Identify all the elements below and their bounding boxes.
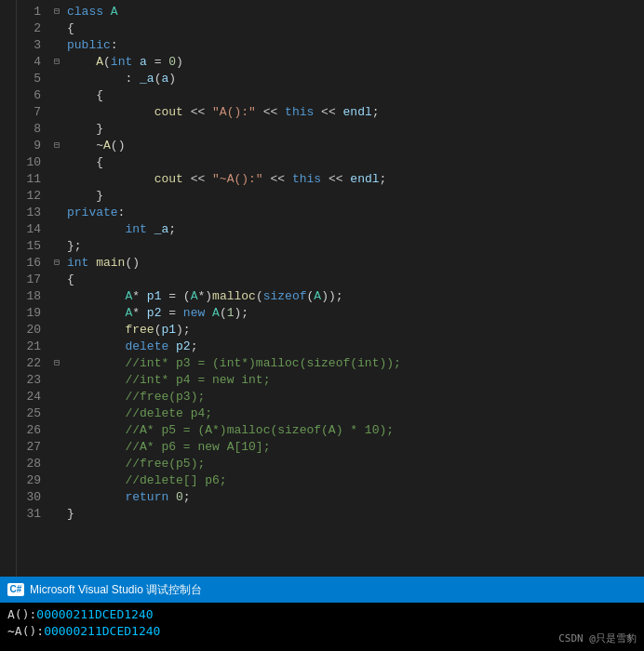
code-line: cout << "A():" << this << endl; <box>54 104 637 121</box>
token-var: a <box>140 54 147 71</box>
collapse-icon[interactable]: ⊟ <box>54 255 67 272</box>
collapse-icon[interactable]: ⊟ <box>54 138 67 154</box>
collapse-icon <box>54 188 67 205</box>
token-plain <box>205 305 212 322</box>
token-plain: : <box>111 37 118 54</box>
token-plain: { <box>67 20 74 37</box>
token-plain: } <box>67 506 74 523</box>
code-line: //int* p4 = new int; <box>54 372 637 389</box>
collapse-icon <box>54 288 67 305</box>
code-line: { <box>54 154 637 171</box>
token-plain: } <box>96 121 103 138</box>
collapse-icon <box>54 238 67 255</box>
token-num: 1 <box>227 305 235 322</box>
code-line: //delete[] p6; <box>54 472 637 489</box>
indent <box>67 439 125 456</box>
token-class-name: A <box>191 288 198 305</box>
code-line: } <box>54 506 637 523</box>
code-line: { <box>54 272 637 288</box>
token-fn: malloc <box>212 288 256 305</box>
token-plain: * <box>132 288 147 305</box>
code-line: ⊟class A <box>54 4 637 20</box>
collapse-icon[interactable]: ⊟ <box>54 4 67 20</box>
token-comment: //A* p6 = new A[10]; <box>125 439 270 456</box>
token-plain: ( <box>307 288 315 305</box>
token-class-name: A <box>111 4 118 20</box>
token-plain: ( <box>103 54 111 71</box>
indent <box>67 104 154 121</box>
indent <box>67 355 125 372</box>
token-kw: class <box>67 4 103 20</box>
code-line: delete p2; <box>54 339 637 355</box>
indent <box>67 121 96 138</box>
token-kw: private <box>67 205 118 221</box>
token-plain: () <box>111 138 126 154</box>
token-plain: ; <box>372 104 380 121</box>
token-kw: public <box>67 37 111 54</box>
collapse-icon <box>54 405 67 422</box>
token-comment: //int* p4 = new int; <box>125 372 270 389</box>
token-plain: << <box>183 171 212 188</box>
token-plain: << <box>263 171 292 188</box>
collapse-icon <box>54 205 67 221</box>
token-plain: ( <box>154 322 162 339</box>
console-title: Microsoft Visual Studio 调试控制台 <box>30 582 202 598</box>
token-plain: ; <box>183 489 191 506</box>
token-plain <box>168 489 176 506</box>
collapse-icon <box>54 389 67 405</box>
token-plain: { <box>96 87 103 104</box>
collapse-icon <box>54 372 67 389</box>
token-var: p2 <box>176 339 191 355</box>
token-plain: ( <box>256 288 263 305</box>
token-plain: } <box>96 188 103 205</box>
indent <box>67 138 96 154</box>
code-line: //free(p3); <box>54 389 637 405</box>
collapse-icon <box>54 472 67 489</box>
token-var: endl <box>343 104 372 121</box>
code-line: } <box>54 188 637 205</box>
collapse-icon <box>54 456 67 472</box>
token-fn: main <box>96 255 125 272</box>
code-line: }; <box>54 238 637 255</box>
collapse-icon[interactable]: ⊟ <box>54 54 67 71</box>
code-line: //free(p5); <box>54 456 637 472</box>
token-plain: ; <box>191 339 198 355</box>
token-var: a <box>161 71 168 87</box>
token-plain <box>132 54 140 71</box>
token-this-kw: this <box>285 104 314 121</box>
code-content[interactable]: ⊟class A{public:⊟ A(int a = 0) : _a(a) {… <box>47 0 644 577</box>
collapse-icon[interactable]: ⊟ <box>54 355 67 372</box>
collapse-icon <box>54 422 67 439</box>
token-fn: A <box>103 138 111 154</box>
collapse-icon <box>54 121 67 138</box>
collapse-icon <box>54 221 67 238</box>
indent <box>67 288 125 305</box>
collapse-icon <box>54 506 67 523</box>
editor-area: 1234567891011121314151617181920212223242… <box>0 0 644 577</box>
token-plain: * <box>132 305 147 322</box>
token-macro: cout <box>154 104 183 121</box>
token-plain <box>88 255 96 272</box>
collapse-icon <box>54 71 67 87</box>
token-plain: << <box>321 171 350 188</box>
code-line: int _a; <box>54 221 637 238</box>
token-plain: *) <box>197 288 212 305</box>
indent <box>67 305 125 322</box>
collapse-icon <box>54 305 67 322</box>
indent <box>67 171 154 188</box>
token-comment: //free(p3); <box>125 389 205 405</box>
code-line: A* p2 = new A(1); <box>54 305 637 322</box>
indent <box>67 372 125 389</box>
token-num: 0 <box>168 54 176 71</box>
code-line: ⊟ A(int a = 0) <box>54 54 637 71</box>
token-class-name: A <box>212 305 220 322</box>
token-plain: ); <box>176 322 191 339</box>
collapse-icon <box>54 272 67 288</box>
console-output: A():00000211DCED1240~A():00000211DCED124… <box>0 603 644 651</box>
token-var: _a <box>140 71 154 87</box>
token-str: "A():" <box>212 104 256 121</box>
token-plain <box>147 221 154 238</box>
token-var: endl <box>350 171 379 188</box>
collapse-icon <box>54 439 67 456</box>
token-fn: free <box>125 322 154 339</box>
